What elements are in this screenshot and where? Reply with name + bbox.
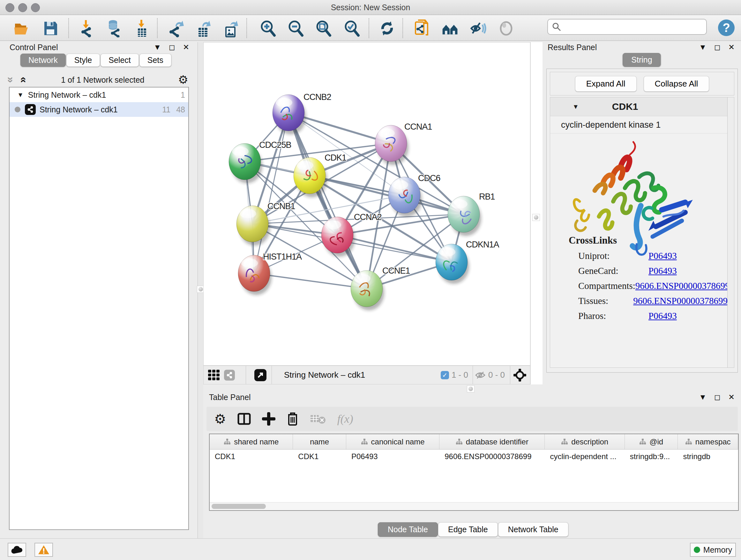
control-panel-tabs: Network Style Select Sets — [20, 54, 172, 67]
string-network-graph[interactable]: CCNB2CCNA1CDC25BCDK1CDC6RB1CCNB1CCNA2CDK… — [204, 43, 530, 365]
tab-network[interactable]: Network — [20, 54, 66, 67]
zoom-selected-icon[interactable] — [343, 19, 361, 37]
crosslink-link[interactable]: 9606.ENSP00000378699 — [635, 281, 730, 291]
refresh-view-icon[interactable] — [378, 19, 396, 37]
collapse-all-icon[interactable]: » — [6, 74, 16, 85]
column-header-database-identifier[interactable]: database identifier — [440, 434, 545, 449]
import-network-file-icon[interactable] — [78, 19, 96, 37]
birds-eye-crosshair-icon[interactable] — [513, 368, 527, 382]
memory-label: Memory — [703, 545, 732, 555]
zoom-fit-icon[interactable] — [315, 19, 333, 37]
selected-indicator-checkbox[interactable]: ✓ — [441, 371, 449, 379]
cloud-button[interactable] — [8, 543, 26, 557]
network-view-toolbar: String Network – cdk1 ✓ 1 - 0 0 - 0 — [203, 366, 530, 384]
table-cell[interactable]: 9606.ENSP00000378699 — [440, 449, 545, 463]
network-collection-row[interactable]: ▼ String Network – cdk1 1 — [10, 87, 188, 102]
right-splitter-handle[interactable] — [532, 214, 540, 221]
tab-select[interactable]: Select — [100, 54, 138, 67]
network-row[interactable]: String Network – cdk1 11 48 — [10, 102, 188, 117]
export-image-icon[interactable] — [222, 19, 240, 37]
tab-node-table[interactable]: Node Table — [378, 522, 438, 537]
window-zoom-button[interactable] — [31, 3, 40, 12]
panel-close-icon[interactable]: ✕ — [183, 43, 189, 52]
hide-unhide-icon[interactable] — [469, 19, 487, 37]
panel-collapse-icon[interactable]: ▼ — [699, 43, 706, 52]
window-minimize-button[interactable] — [18, 3, 27, 12]
create-column-plus-icon[interactable] — [262, 412, 275, 426]
panel-float-icon[interactable]: ◻ — [714, 393, 721, 401]
tab-style[interactable]: Style — [66, 54, 100, 67]
share-file-icon[interactable] — [413, 19, 431, 37]
network-canvas[interactable]: CCNB2CCNA1CDC25BCDK1CDC6RB1CCNB1CCNA2CDK… — [203, 42, 530, 366]
panel-close-icon[interactable]: ✕ — [728, 43, 735, 52]
open-session-icon[interactable] — [13, 19, 30, 37]
table-cell[interactable]: stringdb:9... — [625, 449, 678, 463]
gene-expand-icon[interactable]: ▼ — [572, 103, 579, 111]
table-cell[interactable]: cyclin-dependent ... — [545, 449, 624, 463]
table-toolbar: ⚙ f(x) — [206, 407, 738, 431]
collapse-all-button[interactable]: Collapse All — [644, 76, 710, 91]
panel-collapse-icon[interactable]: ▼ — [699, 393, 706, 401]
table-settings-gear-icon[interactable]: ⚙ — [214, 411, 226, 427]
table-header-row: shared namenamecanonical namedatabase id… — [210, 434, 738, 449]
tree-expand-icon[interactable]: ▼ — [17, 91, 23, 99]
table-horizontal-scrollbar[interactable] — [210, 502, 738, 510]
gene-section-header[interactable]: ▼ CDK1 — [550, 98, 734, 116]
grid-view-icon[interactable] — [208, 370, 219, 380]
column-header-@id[interactable]: @id — [625, 434, 678, 449]
string-badge-icon[interactable] — [224, 370, 235, 381]
delete-column-trash-icon[interactable] — [286, 412, 299, 426]
table-cell[interactable]: CDK1 — [293, 449, 346, 463]
node-label-CCNA2: CCNA2 — [354, 212, 382, 222]
panel-float-icon[interactable]: ◻ — [169, 43, 175, 52]
warning-button[interactable] — [35, 543, 53, 557]
crosslink-link[interactable]: P06493 — [649, 266, 677, 276]
open-in-window-icon[interactable] — [254, 369, 266, 381]
table-cell[interactable]: CDK1 — [210, 449, 293, 463]
tab-sets[interactable]: Sets — [139, 54, 172, 67]
save-session-icon[interactable] — [42, 19, 59, 37]
column-header-canonical-name[interactable]: canonical name — [346, 434, 440, 449]
zoom-in-icon[interactable] — [259, 19, 277, 37]
crosslink-link[interactable]: 9606.ENSP00000378699 — [633, 296, 728, 306]
right-splitter[interactable] — [530, 42, 543, 384]
node-table: shared namenamecanonical namedatabase id… — [209, 434, 739, 511]
table-cell[interactable]: stringdb — [678, 449, 738, 463]
zoom-out-icon[interactable] — [287, 19, 305, 37]
expand-all-icon[interactable]: » — [17, 74, 27, 85]
table-row[interactable]: CDK1CDK1P064939606.ENSP00000378699cyclin… — [210, 449, 738, 463]
column-header-namespac[interactable]: namespac — [678, 434, 738, 449]
panel-collapse-icon[interactable]: ▼ — [153, 43, 161, 52]
tab-edge-table[interactable]: Edge Table — [438, 522, 498, 537]
network-options-gear-icon[interactable]: ⚙ — [178, 73, 188, 86]
tab-string[interactable]: String — [623, 53, 661, 67]
import-table-file-icon[interactable] — [133, 19, 151, 37]
crosslink-link[interactable]: P06493 — [649, 311, 677, 321]
scrollbar-thumb[interactable] — [212, 504, 266, 509]
column-header-label: shared name — [234, 437, 279, 446]
panel-close-icon[interactable]: ✕ — [728, 393, 735, 401]
crosslink-link[interactable]: P06493 — [649, 251, 677, 261]
export-table-icon[interactable] — [195, 19, 212, 37]
help-icon[interactable]: ? — [718, 19, 735, 36]
horizontal-splitter-handle[interactable] — [467, 385, 475, 392]
memory-button[interactable]: Memory — [690, 543, 736, 557]
import-network-database-icon[interactable] — [105, 19, 123, 37]
expand-all-button[interactable]: Expand All — [575, 76, 636, 91]
export-network-icon[interactable] — [167, 19, 185, 37]
network-node-count: 11 — [162, 105, 171, 114]
search-input[interactable] — [561, 22, 706, 32]
column-header-shared-name[interactable]: shared name — [210, 434, 293, 449]
title-bar: Session: New Session — [0, 0, 741, 15]
table-cell[interactable]: P06493 — [346, 449, 440, 463]
show-columns-icon[interactable] — [237, 412, 251, 426]
tab-network-table[interactable]: Network Table — [498, 522, 568, 537]
panel-float-icon[interactable]: ◻ — [714, 43, 721, 52]
results-scrollbar[interactable] — [727, 98, 734, 368]
column-header-name[interactable]: name — [293, 434, 346, 449]
graphics-details-icon[interactable] — [497, 19, 515, 37]
column-header-description[interactable]: description — [545, 434, 624, 449]
window-close-button[interactable] — [5, 3, 14, 12]
crosslink-row: Tissues:9606.ENSP00000378699 — [550, 296, 728, 306]
network-overview-icon[interactable] — [441, 19, 459, 37]
